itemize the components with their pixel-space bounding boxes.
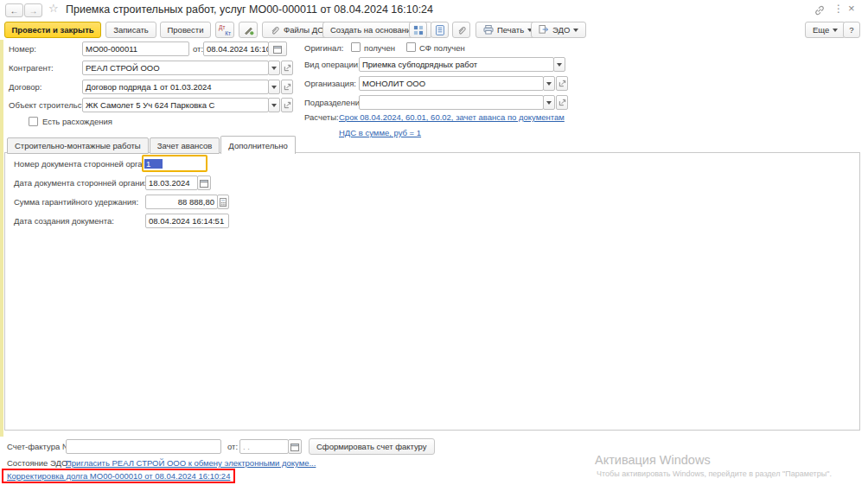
report-button[interactable]	[431, 22, 449, 38]
calculator-icon	[220, 198, 227, 207]
retention-amount-calculator-button[interactable]	[217, 195, 229, 209]
files-do-button[interactable]: Файлы ДО	[262, 22, 332, 38]
document-date-field[interactable]: 08.04.2024 16:10:24	[203, 41, 269, 56]
organization-dropdown-button[interactable]	[543, 76, 555, 91]
post-and-close-button[interactable]: Провести и закрыть	[4, 22, 101, 38]
report-icon	[436, 25, 444, 35]
construction-object-open-button[interactable]	[281, 98, 293, 112]
contractor-open-button[interactable]	[281, 61, 293, 75]
contractor-field[interactable]: РЕАЛ СТРОЙ ООО	[82, 61, 269, 75]
chevron-down-icon	[833, 29, 838, 32]
department-field[interactable]	[359, 95, 544, 110]
retention-amount-label: Сумма гарантийного удержания:	[14, 197, 138, 207]
paperclip-icon	[270, 25, 280, 35]
forward-button[interactable]: →	[24, 3, 42, 17]
debt-correction-link[interactable]: Корректировка долга МО00-000010 от 08.04…	[7, 471, 230, 481]
document-window: ← → ☆ Приемка строительных работ, услуг …	[0, 0, 868, 485]
dt-icon: Дт	[219, 24, 225, 30]
department-open-button[interactable]	[556, 95, 568, 110]
contract-field[interactable]: Договор подряда 1 от 01.03.2024	[82, 80, 269, 94]
favorite-star-icon[interactable]: ☆	[48, 2, 59, 15]
invoice-date-field[interactable]: . .	[239, 439, 289, 454]
open-link-icon	[284, 64, 291, 72]
calendar-icon	[290, 443, 299, 451]
page-title: Приемка строительных работ, услуг МО00-0…	[66, 3, 433, 16]
related-documents-button[interactable]	[409, 22, 427, 38]
sf-received-checkbox[interactable]	[406, 42, 416, 52]
organization-open-button[interactable]	[556, 76, 568, 91]
contract-open-button[interactable]	[281, 80, 293, 94]
created-date-field[interactable]: 08.04.2024 16:14:51	[145, 214, 229, 228]
generate-invoice-button[interactable]: Сформировать счет фактуру	[309, 438, 435, 455]
number-date-label: от:	[193, 44, 203, 54]
vat-link[interactable]: НДС в сумме, руб = 1	[339, 128, 421, 137]
post-button[interactable]: Провести	[160, 22, 211, 38]
open-link-icon	[284, 83, 291, 91]
tab-additional[interactable]: Дополнительно	[220, 136, 295, 154]
external-date-field[interactable]: 18.03.2024	[145, 175, 198, 190]
has-discrepancies-checkbox[interactable]	[29, 117, 38, 126]
settlements-label: Расчеты:	[304, 112, 339, 122]
original-received-checkbox[interactable]	[351, 42, 361, 52]
tab-advance-offset[interactable]: Зачет авансов	[150, 137, 220, 154]
sign-button[interactable]	[239, 22, 258, 38]
settlements-link[interactable]: Срок 08.04.2024, 60.01, 60.02, зачет ава…	[339, 112, 565, 122]
get-link-icon[interactable]	[814, 4, 826, 16]
chevron-down-icon	[271, 67, 277, 70]
construction-object-dropdown-button[interactable]	[268, 98, 280, 112]
created-date-label: Дата создания документа:	[14, 216, 114, 226]
selected-text: 1	[144, 159, 163, 169]
invoice-date-calendar-button[interactable]	[288, 439, 302, 454]
kebab-menu-icon[interactable]: ⋮	[833, 3, 844, 15]
tab-construction-works[interactable]: Строительно-монтажные работы	[7, 137, 149, 154]
windows-activation-subtitle: Чтобы активировать Windows, перейдите в …	[597, 469, 832, 478]
number-field[interactable]: МО00-000011	[82, 41, 189, 56]
contractor-label: Контрагент:	[9, 63, 54, 73]
chevron-down-icon	[271, 104, 277, 107]
edo-state-label: Состояние ЭДО:	[7, 458, 70, 468]
save-button[interactable]: Записать	[105, 22, 156, 38]
sf-received-label: СФ получен	[419, 43, 465, 53]
operation-type-field[interactable]: Приемка субподрядных работ	[359, 57, 554, 72]
department-dropdown-button[interactable]	[543, 95, 555, 110]
printer-icon	[483, 25, 494, 35]
close-icon[interactable]: ×	[848, 2, 855, 15]
windows-activation-watermark: Активация Windows	[595, 453, 711, 467]
chevron-down-icon	[271, 86, 277, 89]
external-number-field[interactable]: 1	[142, 155, 207, 172]
original-label: Оригинал:	[304, 43, 343, 53]
document-date-calendar-button[interactable]	[268, 41, 287, 56]
calendar-icon	[273, 45, 282, 54]
edo-invite-link[interactable]: Пригласить РЕАЛ СТРОЙ ООО к обмену элект…	[66, 458, 316, 468]
help-button[interactable]: ?	[843, 22, 860, 38]
back-button[interactable]: ←	[5, 3, 23, 17]
tab-bar: Строительно-монтажные работы Зачет аванс…	[7, 136, 297, 154]
retention-amount-field[interactable]: 88 888,80	[145, 195, 218, 209]
forward-arrow-icon: →	[29, 6, 38, 16]
chevron-down-icon	[546, 82, 552, 86]
back-arrow-icon: ←	[10, 6, 19, 16]
chevron-down-icon	[573, 29, 578, 32]
open-link-icon	[558, 99, 566, 106]
form-left-stripe	[0, 40, 3, 437]
invoice-number-field[interactable]	[66, 439, 221, 454]
external-date-calendar-button[interactable]	[197, 175, 211, 190]
open-link-icon	[284, 101, 291, 109]
contractor-dropdown-button[interactable]	[268, 61, 280, 75]
operation-type-dropdown-button[interactable]	[553, 57, 565, 72]
structure-icon	[413, 25, 424, 35]
original-received-label: получен	[364, 43, 395, 53]
paperclip-icon	[456, 25, 467, 35]
more-button[interactable]: Еще	[805, 22, 846, 38]
dt-kt-postings-button[interactable]: Дт Кт	[215, 22, 234, 38]
chevron-down-icon	[546, 101, 552, 105]
attach-file-button[interactable]	[452, 22, 470, 38]
contract-dropdown-button[interactable]	[268, 80, 280, 94]
operation-type-label: Вид операции:	[304, 60, 361, 69]
number-label: Номер:	[9, 44, 36, 54]
organization-field[interactable]: МОНОЛИТ ООО	[359, 76, 544, 91]
calendar-icon	[200, 179, 208, 188]
construction-object-field[interactable]: ЖК Самолет 5 Уч 624 Парковка С	[82, 98, 269, 112]
edo-button[interactable]: ЭДО	[531, 22, 586, 38]
organization-label: Организация:	[304, 79, 356, 88]
